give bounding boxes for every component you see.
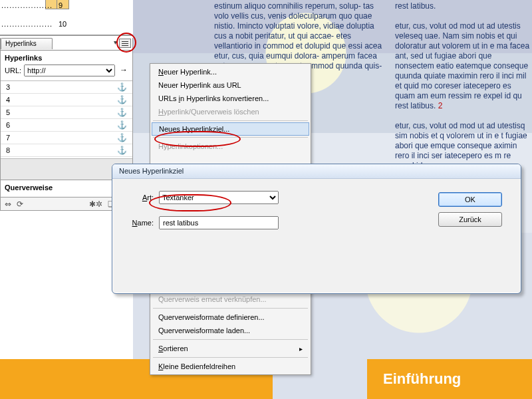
anchor-icon: ⚓ bbox=[117, 95, 127, 104]
dialog-title: Neues Hyperlinkziel bbox=[112, 164, 521, 179]
list-item[interactable]: 7⚓ bbox=[1, 132, 132, 144]
menu-separator bbox=[153, 120, 308, 121]
back-button[interactable]: Zurück bbox=[438, 212, 502, 227]
menu-new-hyperlink-url[interactable]: Neuer Hyperlink aus URL bbox=[150, 78, 311, 92]
panel-divider bbox=[0, 35, 133, 36]
list-item[interactable]: 5⚓ bbox=[1, 106, 132, 119]
url-label: URL: bbox=[5, 66, 21, 74]
hyperlinks-heading: Hyperlinks bbox=[1, 51, 132, 63]
art-select[interactable]: Textanker bbox=[159, 191, 279, 204]
list-item[interactable]: 4⚓ bbox=[1, 94, 132, 106]
footnote-ref: 2 bbox=[438, 101, 443, 110]
list-item[interactable]: 3⚓ bbox=[1, 81, 132, 94]
menu-separator bbox=[153, 308, 308, 309]
ok-button[interactable]: OK bbox=[438, 192, 502, 207]
menu-small-rows[interactable]: Kleine Bedienfeldreihen bbox=[150, 360, 311, 373]
dots: ................... bbox=[1, 1, 53, 9]
new-hyperlink-destination-dialog: Neues Hyperlinkziel Art: Textanker Name:… bbox=[112, 164, 521, 294]
menu-separator bbox=[153, 357, 308, 358]
link-icon[interactable]: ⇔ bbox=[5, 200, 11, 209]
menu-define-formats[interactable]: Querverweisformate definieren... bbox=[150, 311, 311, 324]
list-item[interactable]: 6⚓ bbox=[1, 119, 132, 132]
anchor-icon: ⚓ bbox=[117, 108, 127, 117]
pages-panel: ................... 9 ..................… bbox=[0, 0, 133, 37]
anchor-icon: ⚓ bbox=[117, 133, 127, 142]
menu-sort[interactable]: Sortieren bbox=[150, 342, 311, 355]
menu-new-destination[interactable]: Neues Hyperlinkziel... bbox=[152, 122, 309, 136]
list-item[interactable]: 8⚓ bbox=[1, 144, 132, 157]
text: etur, cus, volut od mod ut ad utestisq s… bbox=[395, 121, 527, 170]
menu-new-hyperlink[interactable]: NNeuer Hyperlink...euer Hyperlink... bbox=[150, 65, 311, 78]
anchor-icon: ⚓ bbox=[117, 120, 127, 130]
menu-convert-urls[interactable]: URLs in Hyperlinks konvertieren... bbox=[150, 92, 311, 105]
tab-hyperlinks[interactable]: Hyperlinks bbox=[1, 38, 53, 49]
menu-separator bbox=[153, 137, 308, 138]
page-footer: Einführung bbox=[367, 359, 532, 399]
refresh-icon[interactable]: ⟳ bbox=[17, 200, 23, 209]
anchor-icon: ⚓ bbox=[117, 82, 127, 92]
url-select[interactable]: http:// bbox=[24, 65, 115, 76]
name-input[interactable] bbox=[159, 216, 279, 229]
art-label: Art: bbox=[122, 194, 154, 201]
go-arrow-icon[interactable]: → bbox=[118, 65, 130, 76]
crossref-icon[interactable]: ✱✲ bbox=[89, 200, 102, 209]
page-number: 10 bbox=[59, 20, 66, 28]
anchor-icon: ⚓ bbox=[117, 146, 127, 155]
dots: ................... bbox=[1, 20, 53, 28]
menu-separator bbox=[153, 339, 308, 340]
menu-load-formats[interactable]: Querverweisformate laden... bbox=[150, 324, 311, 337]
text: rest latibus. bbox=[395, 1, 436, 11]
panel-menu-icon[interactable] bbox=[119, 39, 131, 48]
text: etur, cus, volut od mod ut ad utestis ve… bbox=[395, 21, 529, 110]
menu-delete-hyperlink: Hyperlink/Querverweis löschen bbox=[150, 105, 311, 118]
menu-hyperlink-options: Hyperlinkoptionen... bbox=[150, 140, 311, 153]
name-label: Name: bbox=[122, 219, 154, 227]
hyperlinks-list: 3⚓ 4⚓ 5⚓ 6⚓ 7⚓ 8⚓ bbox=[1, 80, 132, 157]
page-number: 9 bbox=[59, 1, 63, 9]
